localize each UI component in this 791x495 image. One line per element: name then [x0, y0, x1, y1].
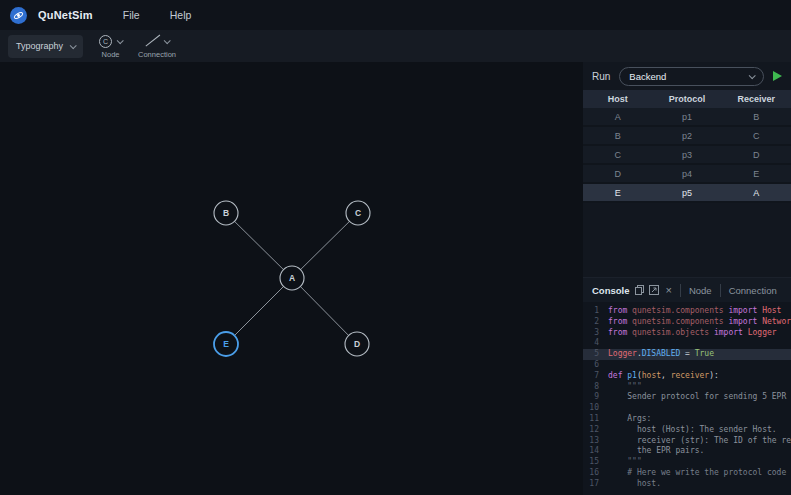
node-icon: C [99, 35, 112, 48]
code-line[interactable]: 1from qunetsim.components import Host [583, 306, 791, 317]
table-cell: p4 [652, 169, 721, 179]
network-canvas[interactable]: ABCDE [0, 62, 583, 495]
table-row[interactable]: Ep5A [583, 184, 791, 203]
table-cell: p5 [652, 188, 721, 198]
code-token: the EPR pairs. [608, 446, 704, 457]
graph-edge[interactable] [226, 278, 292, 344]
line-number: 11 [583, 414, 599, 425]
table-row[interactable]: Cp3D [583, 146, 791, 165]
code-token: Logger [743, 328, 777, 339]
table-row[interactable]: Bp2C [583, 127, 791, 146]
copy-icon[interactable] [635, 285, 644, 295]
node-tool-label: Node [102, 50, 120, 59]
code-token: from [608, 317, 627, 328]
connection-tool-label: Connection [138, 50, 176, 59]
graph-node[interactable]: C [346, 201, 370, 225]
code-line[interactable]: 15 """ [583, 457, 791, 468]
line-number: 5 [583, 349, 599, 360]
line-number: 15 [583, 457, 599, 468]
graph-node[interactable]: D [345, 332, 369, 356]
code-token: receiver [671, 371, 710, 382]
graph-edge[interactable] [226, 213, 292, 278]
code-token: True [695, 349, 714, 360]
code-token: import [714, 328, 743, 339]
code-line[interactable]: 3from qunetsim.objects import Logger [583, 328, 791, 339]
code-line[interactable]: 5Logger.DISABLED = True [583, 349, 791, 360]
right-panel: Run Backend HostProtocolReceiver Ap1BBp2… [583, 62, 791, 495]
table-cell: D [722, 150, 791, 160]
table-cell: B [722, 112, 791, 122]
table-cell: p1 [652, 112, 721, 122]
code-editor[interactable]: 1from qunetsim.components import Host2fr… [583, 302, 791, 495]
line-number: 8 [583, 382, 599, 393]
line-number: 13 [583, 436, 599, 447]
chevron-down-icon [164, 37, 171, 44]
line-number: 12 [583, 425, 599, 436]
run-label: Run [592, 71, 610, 82]
code-token: host (Host): The sender Host. [608, 425, 777, 436]
code-token: host. [608, 479, 661, 490]
console-header: Console × Node Connection [583, 278, 791, 302]
code-line[interactable]: 12 host (Host): The sender Host. [583, 425, 791, 436]
tab-connection[interactable]: Connection [729, 285, 777, 296]
backend-select[interactable]: Backend [619, 67, 764, 86]
console-title: Console [592, 285, 629, 296]
code-line[interactable]: 17 host. [583, 479, 791, 490]
table-body: Ap1BBp2CCp3DDp4EEp5A [583, 108, 791, 203]
graph-node[interactable]: B [214, 201, 238, 225]
tab-separator [680, 284, 681, 297]
graph-node-label: B [223, 208, 229, 218]
table-row[interactable]: Ap1B [583, 108, 791, 127]
console-panel: Console × Node Connection 1from qunetsim… [583, 277, 791, 495]
menubar: QuNetSim File Help [0, 0, 791, 30]
line-number: 4 [583, 338, 599, 349]
tab-node[interactable]: Node [689, 285, 712, 296]
code-token: """ [608, 382, 642, 393]
code-token: Host [757, 306, 781, 317]
run-play-button[interactable] [773, 71, 782, 81]
tab-separator [720, 284, 721, 297]
popout-icon[interactable] [649, 285, 659, 295]
table-cell: B [583, 131, 652, 141]
code-token: # Here we write the protocol code for a [608, 468, 791, 479]
code-token: Sender protocol for sending 5 EPR pairs. [608, 392, 791, 403]
table-header-cell: Protocol [652, 94, 721, 104]
code-line[interactable]: 11 Args: [583, 414, 791, 425]
menu-item-file[interactable]: File [123, 9, 140, 21]
graph-node[interactable]: E [214, 332, 238, 356]
graph-edge[interactable] [292, 213, 358, 278]
code-line[interactable]: 14 the EPR pairs. [583, 446, 791, 457]
code-line[interactable]: 9 Sender protocol for sending 5 EPR pair… [583, 392, 791, 403]
code-token: ): [709, 371, 719, 382]
graph-node-label: A [289, 273, 295, 283]
node-tool-button[interactable]: C Node [99, 34, 122, 59]
panel-spacer [583, 203, 791, 277]
graph-node[interactable]: A [280, 266, 304, 290]
code-token: def [608, 371, 622, 382]
code-line[interactable]: 6 [583, 360, 791, 371]
code-token: import [728, 317, 757, 328]
backend-select-value: Backend [629, 71, 666, 82]
code-token: qunetsim.components [627, 317, 728, 328]
table-cell: C [583, 150, 652, 160]
table-row[interactable]: Dp4E [583, 165, 791, 184]
line-number: 14 [583, 446, 599, 457]
table-cell: p2 [652, 131, 721, 141]
code-line[interactable]: 2from qunetsim.components import Network [583, 317, 791, 328]
code-line[interactable]: 16 # Here we write the protocol code for… [583, 468, 791, 479]
code-line[interactable]: 13 receiver (str): The ID of the receive… [583, 436, 791, 447]
code-token: qunetsim.objects [627, 328, 714, 339]
connection-tool-button[interactable]: Connection [138, 34, 176, 59]
connection-icon [145, 34, 159, 48]
close-icon[interactable]: × [665, 285, 671, 295]
code-line[interactable]: 7def p1(host, receiver): [583, 371, 791, 382]
code-line[interactable]: 8 """ [583, 382, 791, 393]
line-number: 3 [583, 328, 599, 339]
typography-dropdown[interactable]: Typography [8, 35, 83, 58]
table-header-cell: Receiver [722, 94, 791, 104]
menu-item-help[interactable]: Help [170, 9, 192, 21]
graph-edge[interactable] [292, 278, 357, 344]
code-line[interactable]: 10 [583, 403, 791, 414]
table-cell: A [722, 188, 791, 198]
code-line[interactable]: 4 [583, 338, 791, 349]
